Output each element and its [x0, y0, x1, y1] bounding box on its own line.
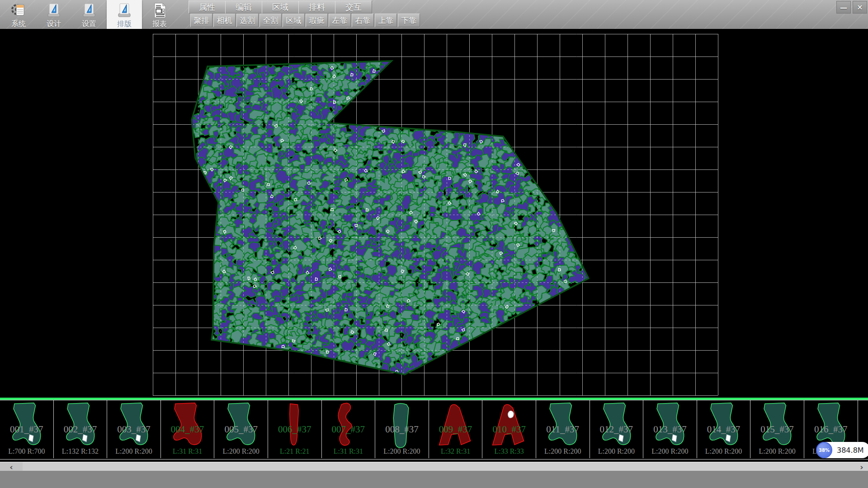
tab-settings[interactable]: 设置 [71, 0, 107, 29]
part-id-label: 005_#37 [214, 424, 268, 435]
part-lr-label: L:200 R:200 [107, 447, 160, 455]
part-lr-label: L:21 R:21 [268, 447, 321, 455]
part-id-label: 009_#37 [429, 424, 482, 435]
thumbnail-cell[interactable]: 011_#37 L:200 R:200 [536, 400, 590, 458]
tool-align-left[interactable]: 左靠 [329, 14, 351, 27]
part-lr-label: L:200 R:200 [536, 447, 590, 455]
memory-badge: 38% 384.8M [816, 442, 868, 458]
menu-interaction[interactable]: 交互 [335, 0, 372, 14]
scrollbar-track[interactable] [23, 462, 855, 471]
menu-edit[interactable]: 编辑 [225, 0, 262, 14]
scroll-right-button[interactable]: › [855, 462, 868, 471]
thumbnail-cell[interactable]: 007_#37 L:31 R:31 [322, 400, 376, 458]
toolbar: 系统 设计 [0, 0, 868, 29]
tab-design[interactable]: 设计 [36, 0, 71, 29]
menu-region[interactable]: 区域 [262, 0, 299, 14]
thumbnail-cell[interactable]: 014_#37 L:200 R:200 [697, 400, 751, 458]
part-id-label: 002_#37 [54, 424, 107, 435]
tab-nesting[interactable]: 排版 [107, 0, 142, 29]
part-id-label: 008_#37 [375, 424, 429, 435]
part-id-label: 007_#37 [322, 424, 375, 435]
tab-report-label: 报表 [152, 20, 167, 28]
tab-design-label: 设计 [47, 20, 61, 28]
scroll-left-button[interactable]: ‹ [0, 462, 23, 471]
tool-region[interactable]: 区域 [283, 14, 305, 27]
window-controls: — ✕ [836, 1, 867, 14]
thumbnail-cell[interactable]: 010_#37 L:33 R:33 [482, 400, 536, 458]
part-lr-label: L:200 R:200 [697, 447, 750, 455]
thumbnail-cell[interactable]: 006_#37 L:21 R:21 [268, 400, 322, 458]
part-id-label: 001_#37 [0, 424, 53, 435]
tool-cut-all[interactable]: 全割 [259, 14, 282, 27]
tool-align-bottom[interactable]: 下靠 [398, 14, 420, 27]
tool-cluster-nest[interactable]: 聚排 [190, 14, 212, 27]
thumbnail-cell[interactable]: 003_#37 L:200 R:200 [107, 400, 161, 458]
thumbnail-cell[interactable]: 009_#37 L:32 R:31 [429, 400, 483, 458]
app-window: 系统 设计 [0, 0, 868, 488]
tool-align-top[interactable]: 上靠 [375, 14, 397, 27]
part-id-label: 004_#37 [161, 424, 214, 435]
memory-value: 384.8M [832, 446, 868, 455]
thumbnail-cell[interactable]: 004_#37 L:31 R:31 [161, 400, 215, 458]
progress-circle: 38% [816, 442, 832, 458]
tab-system-label: 系统 [11, 20, 26, 28]
nesting-canvas[interactable] [0, 29, 868, 398]
app-tabs: 系统 设计 [1, 0, 177, 29]
tab-report[interactable]: 报表 [142, 0, 177, 29]
horizontal-scrollbar[interactable]: ‹ › [0, 462, 868, 471]
close-button[interactable]: ✕ [853, 1, 867, 14]
tool-camera[interactable]: 相机 [213, 14, 236, 27]
part-lr-label: L:200 R:200 [375, 447, 429, 455]
part-id-label: 013_#37 [643, 424, 697, 435]
thumbnail-cell[interactable]: 008_#37 L:200 R:200 [375, 400, 429, 458]
part-id-label: 006_#37 [268, 424, 321, 435]
thumbnail-cell[interactable]: 013_#37 L:200 R:200 [643, 400, 697, 458]
part-id-label: 003_#37 [107, 424, 160, 435]
report-icon [151, 1, 168, 20]
nesting-icon [116, 1, 133, 20]
tab-system[interactable]: 系统 [1, 0, 36, 29]
thumbnail-cell[interactable]: 015_#37 L:200 R:200 [750, 400, 804, 458]
tool-defect[interactable]: 瑕疵 [306, 14, 328, 27]
tool-bar: 聚排 相机 选割 全割 区域 瑕疵 左靠 右靠 上靠 下靠 [190, 14, 421, 27]
part-lr-label: L:200 R:200 [214, 447, 268, 455]
menu-properties[interactable]: 属性 [189, 0, 226, 14]
thumbnail-cell[interactable]: 002_#37 L:132 R:132 [54, 400, 108, 458]
part-lr-label: L:200 R:200 [750, 447, 804, 455]
part-id-label: 012_#37 [590, 424, 643, 435]
tab-nesting-label: 排版 [117, 20, 132, 28]
part-id-label: 016_#37 [804, 424, 858, 435]
thumbnail-cell[interactable]: 005_#37 L:200 R:200 [214, 400, 268, 458]
nesting-canvas-surface[interactable] [0, 29, 868, 398]
part-id-label: 015_#37 [750, 424, 804, 435]
status-bar [0, 471, 868, 488]
tab-settings-label: 设置 [82, 20, 96, 28]
part-lr-label: L:200 R:200 [590, 447, 643, 455]
part-id-label: 014_#37 [697, 424, 750, 435]
part-id-label: 017_#37 [858, 424, 868, 435]
part-id-label: 010_#37 [482, 424, 536, 435]
tool-select-cut[interactable]: 选割 [236, 14, 259, 27]
menu-bar: 属性 编辑 区域 排料 交互 [189, 0, 372, 14]
part-lr-label: L:32 R:31 [429, 447, 482, 455]
minimize-button[interactable]: — [836, 1, 851, 14]
design-icon [45, 1, 62, 20]
part-lr-label: L:700 R:700 [0, 447, 53, 455]
settings-icon [80, 1, 98, 20]
part-lr-label: L:31 R:31 [322, 447, 375, 455]
part-lr-label: L:132 R:132 [54, 447, 107, 455]
part-lr-label: L:33 R:33 [482, 447, 536, 455]
part-lr-label: L:200 R:200 [643, 447, 697, 455]
part-id-label: 011_#37 [536, 424, 590, 435]
menu-nesting[interactable]: 排料 [298, 0, 335, 14]
parts-strip: 001_#37 L:700 R:700 002_#37 L:132 R:132 … [0, 400, 868, 460]
thumbnail-cell[interactable]: 012_#37 L:200 R:200 [590, 400, 644, 458]
part-lr-label: L:31 R:31 [161, 447, 214, 455]
thumbnail-cell[interactable]: 001_#37 L:700 R:700 [0, 400, 54, 458]
system-icon [10, 1, 27, 20]
tool-align-right[interactable]: 右靠 [352, 14, 374, 27]
